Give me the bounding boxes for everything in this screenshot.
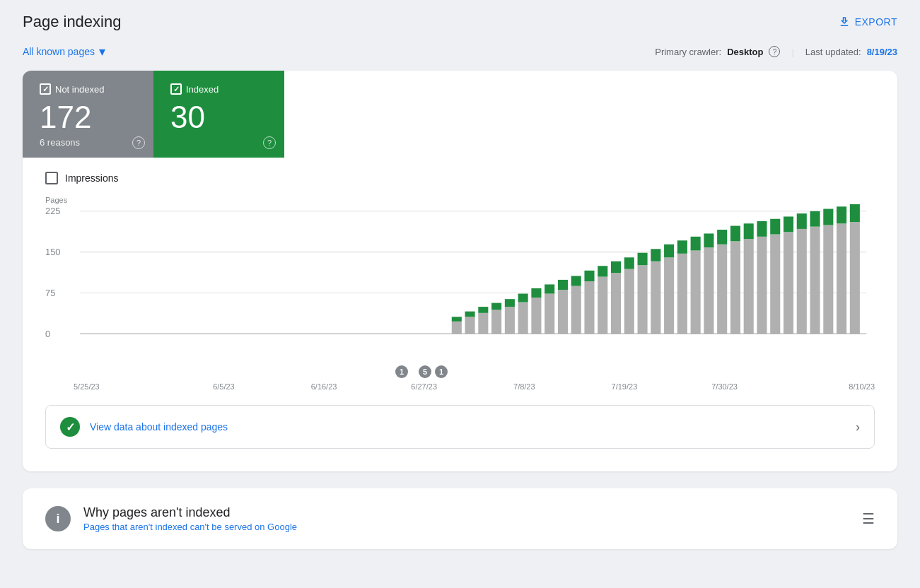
notification-dots-row: 1 5 1 xyxy=(74,365,875,381)
indexed-label: Indexed xyxy=(186,84,219,95)
bar-green xyxy=(691,237,701,251)
green-check-circle-icon: ✓ xyxy=(60,417,80,437)
bar-green xyxy=(664,245,674,258)
bar-gray xyxy=(452,322,462,334)
bar-green xyxy=(598,266,607,277)
bar-gray xyxy=(584,281,594,334)
indexed-count: 30 xyxy=(170,100,267,134)
bar-gray xyxy=(638,266,648,334)
x-label-1: 5/25/23 xyxy=(74,382,174,391)
info-icon: i xyxy=(45,506,71,531)
chart-area: Impressions Pages 225 150 75 0 xyxy=(23,158,897,391)
bar-gray xyxy=(810,227,820,334)
impressions-label: Impressions xyxy=(65,172,118,184)
chart-svg: 225 150 75 0 xyxy=(45,196,875,365)
bar-gray xyxy=(611,273,621,334)
filter-left: All known pages ▾ xyxy=(23,44,105,59)
view-data-text: View data about indexed pages xyxy=(90,421,228,433)
x-label-2: 6/5/23 xyxy=(174,382,274,391)
bar-gray xyxy=(505,307,515,334)
filter-bar: All known pages ▾ Primary crawler: Deskt… xyxy=(0,38,920,71)
bar-green xyxy=(823,209,833,225)
bar-green xyxy=(491,303,501,310)
bar-gray xyxy=(757,237,767,334)
bar-gray xyxy=(850,222,860,334)
indexed-help-icon[interactable]: ? xyxy=(263,136,276,149)
x-label-8: 8/10/23 xyxy=(774,382,875,391)
bar-gray xyxy=(518,302,528,334)
x-axis-labels: 5/25/23 6/5/23 6/16/23 6/27/23 7/8/23 7/… xyxy=(74,381,875,391)
indexed-checkbox[interactable] xyxy=(170,83,182,95)
bar-green xyxy=(531,288,541,298)
bar-green xyxy=(730,226,740,242)
bar-gray xyxy=(823,225,833,334)
bar-gray xyxy=(744,239,754,334)
chevron-right-icon: › xyxy=(856,420,860,435)
bar-green xyxy=(584,271,594,281)
svg-text:225: 225 xyxy=(45,207,61,216)
notification-dot-5[interactable]: 5 xyxy=(419,365,431,378)
not-indexed-help-icon[interactable]: ? xyxy=(132,136,145,149)
svg-text:75: 75 xyxy=(45,289,55,298)
bar-gray xyxy=(651,261,660,334)
bar-green xyxy=(704,234,714,248)
crawler-info-icon[interactable]: ? xyxy=(769,46,780,57)
bar-gray xyxy=(717,245,727,334)
not-indexed-checkbox[interactable] xyxy=(40,83,51,95)
x-label-4: 6/27/23 xyxy=(374,382,474,391)
not-indexed-count: 172 xyxy=(40,100,136,134)
crawler-value: Desktop xyxy=(727,47,763,57)
bar-gray xyxy=(837,224,846,334)
bar-gray xyxy=(624,269,634,334)
x-label-7: 7/30/23 xyxy=(675,382,775,391)
bar-green xyxy=(478,307,488,313)
bar-green xyxy=(850,204,860,222)
bar-green xyxy=(465,312,475,317)
bar-green xyxy=(757,221,767,237)
bar-gray xyxy=(664,258,674,334)
bar-gray xyxy=(491,310,501,334)
svg-text:150: 150 xyxy=(45,248,61,257)
bar-green xyxy=(505,300,515,307)
impressions-checkbox[interactable] xyxy=(45,172,58,184)
export-icon xyxy=(838,16,851,28)
bar-green xyxy=(624,258,634,269)
notification-dot-2[interactable]: 1 xyxy=(435,365,448,378)
last-updated-value: 8/19/23 xyxy=(867,47,897,57)
why-subtitle: Pages that aren't indexed can't be serve… xyxy=(83,522,297,532)
bar-gray xyxy=(598,277,607,334)
svg-text:0: 0 xyxy=(45,329,50,339)
view-data-row[interactable]: ✓ View data about indexed pages › xyxy=(45,405,875,449)
pages-filter-label[interactable]: All known pages xyxy=(23,46,95,57)
bar-gray xyxy=(571,286,581,334)
bar-gray xyxy=(677,254,687,334)
bar-green xyxy=(651,249,660,261)
filter-right: Primary crawler: Desktop ? | Last update… xyxy=(655,46,897,57)
impressions-row: Impressions xyxy=(45,172,875,184)
chart-container: Pages 225 150 75 0 xyxy=(45,196,875,365)
x-label-5: 7/8/23 xyxy=(474,382,575,391)
bar-green xyxy=(770,219,780,235)
export-button[interactable]: EXPORT xyxy=(838,16,897,28)
bar-green xyxy=(571,276,581,286)
bar-green xyxy=(797,213,807,229)
bar-green xyxy=(558,280,568,290)
bar-gray xyxy=(784,233,793,334)
filter-icon[interactable]: ☰ xyxy=(862,510,875,527)
chevron-down-icon[interactable]: ▾ xyxy=(99,44,105,59)
page-title: Page indexing xyxy=(23,13,121,31)
notification-dot-1[interactable]: 1 xyxy=(395,365,408,378)
bar-gray xyxy=(704,247,714,334)
last-updated-label: Last updated: xyxy=(805,47,861,57)
x-label-6: 7/19/23 xyxy=(574,382,675,391)
page-header: Page indexing EXPORT xyxy=(0,0,920,38)
not-indexed-sub: 6 reasons xyxy=(40,137,136,148)
indexed-box: Indexed 30 ? xyxy=(153,71,284,158)
bar-green xyxy=(784,217,793,233)
bar-gray xyxy=(478,313,488,334)
not-indexed-check-row: Not indexed xyxy=(40,83,136,95)
bar-gray xyxy=(797,229,807,334)
main-card: Not indexed 172 6 reasons ? Indexed 30 ?… xyxy=(23,71,897,471)
why-card: i Why pages aren't indexed Pages that ar… xyxy=(23,488,897,549)
bar-green xyxy=(744,224,754,240)
